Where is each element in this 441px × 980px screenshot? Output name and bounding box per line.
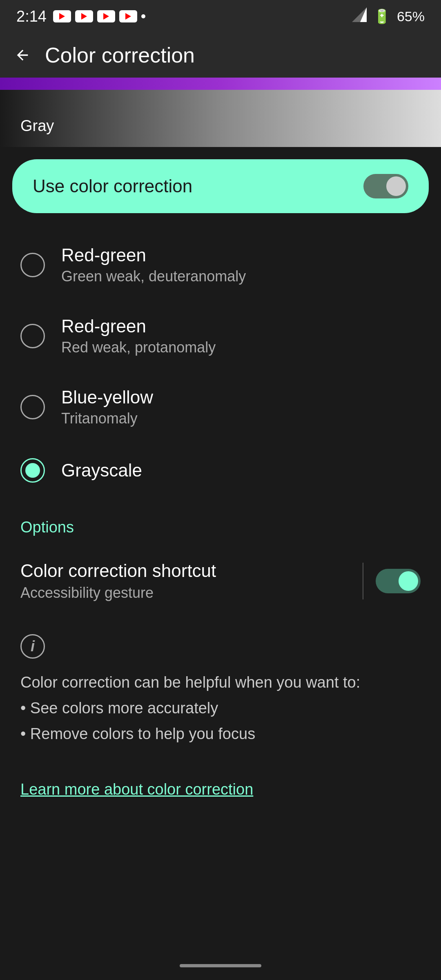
correction-mode-list: Red-green Green weak, deuteranomaly Red-… bbox=[0, 225, 441, 502]
youtube-icon-1 bbox=[53, 10, 71, 22]
shortcut-divider bbox=[363, 563, 363, 599]
option-blue-yellow[interactable]: Blue-yellow Tritanomaly bbox=[0, 372, 441, 443]
option-text-group-4: Grayscale bbox=[61, 460, 142, 481]
status-icons bbox=[53, 10, 145, 22]
youtube-icon-3 bbox=[97, 10, 115, 22]
info-i-symbol: i bbox=[31, 638, 35, 655]
bottom-navigation-bar bbox=[0, 951, 441, 980]
info-text-block: Color correction can be helpful when you… bbox=[20, 671, 421, 746]
notification-dot bbox=[141, 14, 145, 18]
status-right: 🔋 65% bbox=[352, 7, 425, 25]
option-text-group-2: Red-green Red weak, protanomaly bbox=[61, 316, 216, 356]
option-title-2: Red-green bbox=[61, 316, 216, 336]
gray-label: Gray bbox=[20, 117, 54, 135]
shortcut-title: Color correction shortcut bbox=[20, 561, 350, 581]
options-section-header: Options bbox=[0, 502, 441, 544]
option-subtitle-1: Green weak, deuteranomaly bbox=[61, 268, 246, 285]
option-red-green-protanomaly[interactable]: Red-green Red weak, protanomaly bbox=[0, 301, 441, 372]
signal-icon bbox=[352, 7, 367, 25]
bottom-home-indicator bbox=[180, 964, 261, 967]
option-title-3: Blue-yellow bbox=[61, 387, 153, 408]
shortcut-toggle[interactable] bbox=[376, 569, 421, 593]
header: Color correction bbox=[0, 33, 441, 78]
learn-more-link[interactable]: Learn more about color correction bbox=[0, 764, 441, 823]
use-color-correction-section[interactable]: Use color correction bbox=[12, 159, 429, 213]
radio-red-green-deuteranomaly[interactable] bbox=[20, 253, 45, 277]
option-text-group-1: Red-green Green weak, deuteranomaly bbox=[61, 245, 246, 285]
info-bullet-1: • See colors more accurately bbox=[20, 697, 421, 720]
status-time: 2:14 bbox=[16, 8, 47, 25]
shortcut-toggle-knob bbox=[399, 571, 418, 591]
info-heading: Color correction can be helpful when you… bbox=[20, 671, 421, 694]
shortcut-subtitle: Accessibility gesture bbox=[20, 584, 350, 601]
radio-inner-4 bbox=[25, 463, 40, 478]
page-title: Color correction bbox=[45, 43, 195, 67]
radio-grayscale[interactable] bbox=[20, 458, 45, 483]
option-subtitle-2: Red weak, protanomaly bbox=[61, 339, 216, 356]
youtube-icon-2 bbox=[75, 10, 93, 22]
info-bullet-2: • Remove colors to help you focus bbox=[20, 722, 421, 746]
radio-blue-yellow[interactable] bbox=[20, 395, 45, 419]
option-grayscale[interactable]: Grayscale bbox=[0, 443, 441, 498]
option-title-4: Grayscale bbox=[61, 460, 142, 481]
option-title-1: Red-green bbox=[61, 245, 246, 265]
battery-percent: 65% bbox=[397, 9, 425, 24]
use-color-correction-label: Use color correction bbox=[33, 176, 192, 196]
battery-icon: 🔋 bbox=[373, 8, 390, 24]
back-button[interactable] bbox=[12, 45, 33, 65]
shortcut-row[interactable]: Color correction shortcut Accessibility … bbox=[0, 544, 441, 618]
info-section: i Color correction can be helpful when y… bbox=[0, 618, 441, 764]
shortcut-text-group: Color correction shortcut Accessibility … bbox=[20, 561, 350, 601]
radio-red-green-protanomaly[interactable] bbox=[20, 324, 45, 348]
option-subtitle-3: Tritanomaly bbox=[61, 410, 153, 427]
info-icon: i bbox=[20, 634, 45, 659]
option-red-green-deuteranomaly[interactable]: Red-green Green weak, deuteranomaly bbox=[0, 229, 441, 301]
toggle-knob bbox=[386, 176, 406, 196]
use-color-correction-toggle[interactable] bbox=[363, 174, 408, 198]
status-left: 2:14 bbox=[16, 8, 145, 25]
youtube-icon-4 bbox=[119, 10, 137, 22]
option-text-group-3: Blue-yellow Tritanomaly bbox=[61, 387, 153, 427]
color-swatch-preview: Gray bbox=[0, 78, 441, 147]
status-bar: 2:14 🔋 65% bbox=[0, 0, 441, 33]
